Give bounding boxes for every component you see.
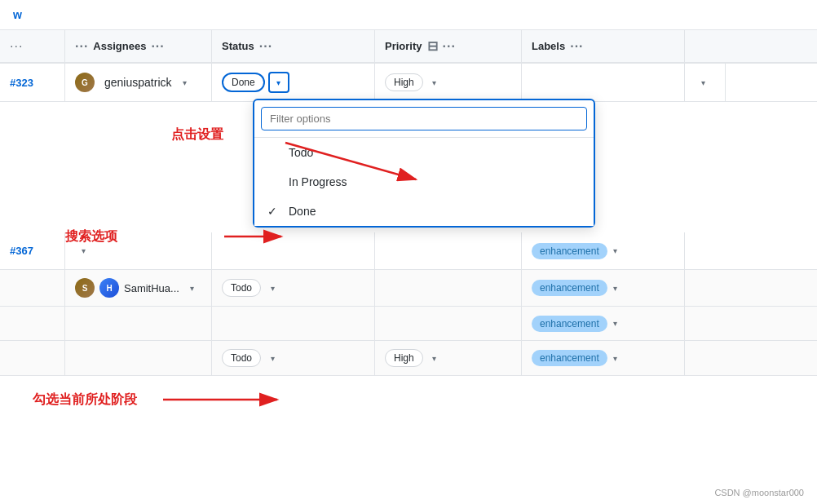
dropdown-options: Todo In Progress ✓ Done [254,138,594,226]
cell-more-323: ▾ [685,64,726,101]
chevron-367[interactable]: ▾ [75,243,91,259]
table-subrow-3: Todo ▾ High ▾ enhancement ▾ [0,341,817,376]
avatar-323: G [75,73,95,92]
status-sub3[interactable]: Todo [222,349,261,367]
sub3-priority-chevron[interactable]: ▾ [426,350,443,366]
option-todo[interactable]: Todo [254,138,594,167]
cell-priority-323: High ▾ [375,64,522,101]
col-header-status: Status ··· [212,30,375,62]
cell-num-367: #367 [0,232,65,269]
svg-text:勾选当前所处阶段: 勾选当前所处阶段 [32,392,138,406]
status-sub1[interactable]: Todo [222,279,261,297]
col-header-labels: Labels ··· [522,30,685,62]
cell-sub2-num [0,307,65,340]
labels-chevron-367[interactable]: ▾ [607,243,624,259]
assignees-label: Assignees [93,40,146,52]
sub3-status-chevron[interactable]: ▾ [264,350,280,366]
status-pill-323[interactable]: Done [222,73,265,92]
option-inprogress-label: In Progress [289,175,347,188]
option-done-label: Done [289,205,316,218]
top-bar: w [0,0,817,30]
cell-sub3-num [0,341,65,375]
sub1-name: SamitHua... [124,282,179,294]
priority-icon: ⊟ [427,38,438,54]
label-sub3: enhancement [532,350,607,366]
cell-priority-367 [375,232,522,269]
priority-pill-label-323: High [394,77,414,88]
option-done[interactable]: ✓ Done [254,197,594,226]
cell-sub2-assignees [65,307,212,340]
option-todo-label: Todo [289,146,313,159]
avatar-sub1: S [75,278,95,298]
cell-sub3-status: Todo ▾ [212,341,375,375]
table-header: ··· ··· Assignees ··· Status ··· Priorit… [0,30,817,64]
table-subrow-1: S H SamitHua... ▾ Todo ▾ enhancement ▾ [0,270,817,307]
dots-status[interactable]: ··· [259,39,272,54]
page-wrapper: w ··· ··· Assignees ··· Status ··· Prior… [0,0,817,504]
cell-sub2-priority [375,307,522,340]
cell-status-323[interactable]: Done ▾ [212,64,375,101]
cell-labels-367: enhancement ▾ [522,232,685,269]
status-pill-label-323: Done [232,77,255,88]
assignee-name-323: geniuspatrick [104,76,172,89]
col-header-assignees: ··· Assignees ··· [65,30,212,62]
check-icon-done: ✓ [267,205,280,218]
dots-num[interactable]: ··· [10,39,23,54]
watermark: CSDN @moonstar000 [714,488,804,497]
dots-assignees-left[interactable]: ··· [75,39,88,54]
avatar-sub1b: H [99,278,119,298]
cell-sub1-priority [375,270,522,306]
dots-priority[interactable]: ··· [443,39,456,54]
sub2-labels-chevron[interactable]: ▾ [607,316,624,332]
cell-status-367 [212,232,375,269]
priority-label: Priority [385,40,422,52]
sub3-labels-chevron[interactable]: ▾ [607,350,624,366]
sub1-status-chevron[interactable]: ▾ [264,280,280,296]
expand-323[interactable]: ▾ [695,74,711,91]
table-container: ··· ··· Assignees ··· Status ··· Priorit… [0,30,817,376]
cell-sub1-status: Todo ▾ [212,270,375,306]
status-label: Status [222,40,254,52]
cell-sub3-assignees [65,341,212,375]
row-id-323: #323 [10,77,33,89]
table-subrow-2: enhancement ▾ [0,307,817,341]
priority-sub3[interactable]: High [385,349,423,367]
label-badge-367: enhancement [532,243,607,259]
col-header-priority: Priority ⊟ ··· [375,30,522,62]
status-sub3-label: Todo [231,352,252,364]
status-sub1-label: Todo [231,282,252,294]
filter-input-wrapper [254,100,594,138]
cell-num-323: #323 [0,64,65,101]
priority-pill-323[interactable]: High [385,73,423,91]
dots-labels[interactable]: ··· [570,39,583,54]
cell-sub1-num [0,270,65,306]
sub1-labels-chevron[interactable]: ▾ [607,280,624,296]
priority-chevron-323[interactable]: ▾ [426,74,443,91]
cell-sub1-labels: enhancement ▾ [522,270,685,306]
cell-sub3-labels: enhancement ▾ [522,341,685,375]
label-sub2: enhancement [532,316,607,332]
col-header-num: ··· [0,30,65,62]
top-title: w [13,8,22,21]
cell-sub2-labels: enhancement ▾ [522,307,685,340]
dots-assignees-right[interactable]: ··· [151,39,164,54]
status-dropdown: Todo In Progress ✓ Done [253,99,595,228]
cell-sub2-status [212,307,375,340]
table-row-323: #323 G geniuspatrick ▾ Done ▾ High ▾ [0,64,817,102]
cell-sub3-priority: High ▾ [375,341,522,375]
option-inprogress[interactable]: In Progress [254,167,594,197]
status-dropdown-btn-323[interactable]: ▾ [268,72,289,93]
cell-assignees-367: ▾ [65,232,212,269]
cell-sub1-assignees: S H SamitHua... ▾ [65,270,212,306]
table-row-367: #367 ▾ enhancement ▾ [0,232,817,270]
label-sub1: enhancement [532,280,607,296]
cell-assignees-323: G geniuspatrick ▾ [65,64,212,101]
chevron-323[interactable]: ▾ [177,74,193,91]
priority-sub3-label: High [394,352,414,364]
filter-input[interactable] [261,107,587,130]
cell-labels-323 [522,64,685,101]
row-id-367: #367 [10,245,33,257]
labels-label: Labels [532,40,565,52]
sub1-chevron[interactable]: ▾ [184,280,201,296]
